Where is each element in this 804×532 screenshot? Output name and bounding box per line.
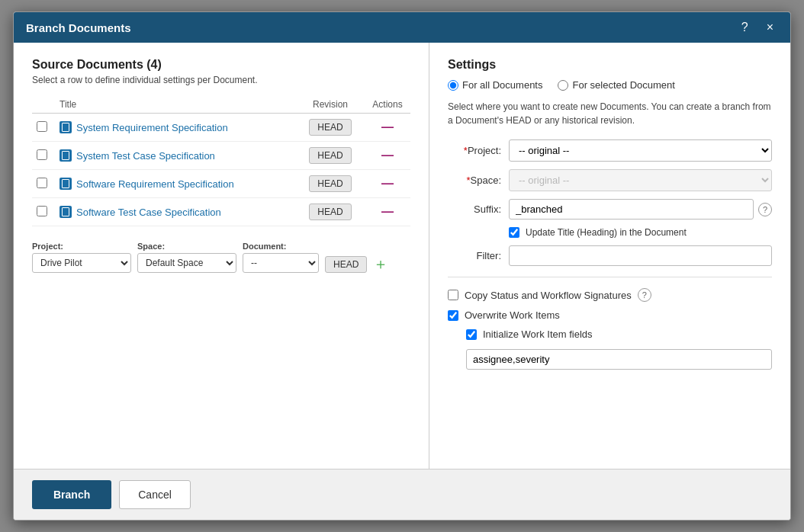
radio-selected-document[interactable] — [558, 80, 568, 91]
doc-head-button[interactable]: HEAD — [309, 175, 351, 192]
help-button[interactable]: ? — [737, 20, 753, 35]
doc-revision-cell: HEAD — [296, 198, 365, 226]
source-documents-title: Source Documents (4) — [32, 58, 410, 72]
scope-radio-group: For all Documents For selected Document — [448, 79, 772, 91]
add-btn-group: ＋ — [373, 245, 388, 273]
row-checkbox-cell — [32, 142, 55, 170]
update-title-checkbox-row: Update Title (Heading) in the Document — [509, 227, 772, 238]
suffix-help-icon[interactable]: ? — [758, 203, 772, 216]
space-label: *Space: — [448, 175, 501, 186]
overwrite-work-items-label: Overwrite Work Items — [465, 309, 560, 321]
doc-link[interactable]: System Test Case Specification — [59, 149, 291, 162]
table-row: Software Requirement Specification HEAD … — [32, 170, 410, 198]
project-form-row: *Project: -- original -- — [448, 139, 772, 162]
row-checkbox-cell — [32, 114, 55, 142]
suffix-input[interactable] — [509, 199, 754, 220]
project-required-mark: * — [464, 145, 468, 156]
suffix-input-group: ? — [509, 199, 772, 220]
copy-status-row: Copy Status and Workflow Signatures ? — [448, 288, 772, 302]
space-select[interactable]: Default Space — [137, 253, 236, 273]
initialize-work-items-label: Initialize Work Item fields — [483, 328, 593, 340]
radio-all-label[interactable]: For all Documents — [448, 79, 542, 91]
space-required-mark: * — [466, 175, 470, 186]
space-field-label: Space: — [137, 242, 236, 251]
radio-all-text: For all Documents — [462, 79, 542, 91]
settings-title: Settings — [448, 58, 772, 72]
initialize-work-items-row: Initialize Work Item fields — [466, 328, 772, 340]
doc-checkbox[interactable] — [37, 206, 47, 216]
radio-selected-text: For selected Document — [572, 79, 674, 91]
overwrite-work-items-row: Overwrite Work Items — [448, 309, 772, 321]
radio-selected-label[interactable]: For selected Document — [558, 79, 674, 91]
branch-button[interactable]: Branch — [32, 480, 111, 509]
project-label: *Project: — [448, 145, 501, 156]
col-header-actions: Actions — [365, 96, 410, 114]
doc-head-button[interactable]: HEAD — [309, 147, 351, 164]
table-row: Software Test Case Specification HEAD — — [32, 198, 410, 226]
doc-title: System Requirement Specification — [76, 122, 228, 133]
add-spacer — [373, 245, 388, 254]
header-actions: ? × — [737, 20, 778, 35]
doc-link[interactable]: System Requirement Specification — [59, 121, 291, 133]
project-select[interactable]: Drive Pilot — [32, 253, 131, 273]
doc-actions-cell: — — [365, 198, 410, 226]
doc-remove-button[interactable]: — — [381, 121, 394, 133]
suffix-label: Suffix: — [448, 204, 501, 215]
add-revision-head-button[interactable]: HEAD — [325, 256, 367, 273]
initialize-work-items-checkbox[interactable] — [466, 329, 477, 340]
copy-status-checkbox[interactable] — [448, 290, 458, 300]
doc-icon — [59, 206, 72, 218]
space-dropdown[interactable]: -- original -- — [509, 169, 772, 191]
dialog-footer: Branch Cancel — [14, 469, 790, 520]
doc-title-cell: System Test Case Specification — [55, 142, 296, 170]
doc-revision-cell: HEAD — [296, 142, 365, 170]
doc-head-button[interactable]: HEAD — [309, 119, 351, 136]
doc-revision-cell: HEAD — [296, 170, 365, 198]
work-items-fields-input[interactable] — [466, 349, 772, 370]
document-select[interactable]: -- — [243, 253, 319, 273]
settings-description: Select where you want to create new Docu… — [448, 100, 772, 127]
doc-checkbox[interactable] — [37, 178, 47, 188]
doc-remove-button[interactable]: — — [381, 178, 394, 190]
filter-form-row: Filter: — [448, 245, 772, 266]
doc-link[interactable]: Software Test Case Specification — [59, 206, 291, 218]
cancel-button[interactable]: Cancel — [119, 480, 191, 509]
document-field-group: Document: -- — [243, 242, 319, 273]
branch-documents-dialog: Branch Documents ? × Source Documents (4… — [13, 11, 791, 521]
col-header-title: Title — [55, 96, 296, 114]
project-dropdown[interactable]: -- original -- — [509, 139, 772, 162]
doc-checkbox[interactable] — [37, 121, 47, 132]
doc-title-cell: Software Test Case Specification — [55, 198, 296, 226]
doc-link[interactable]: Software Requirement Specification — [59, 178, 291, 190]
doc-title: System Test Case Specification — [76, 150, 215, 162]
revision-field-group: HEAD — [325, 245, 367, 273]
doc-actions-cell: — — [365, 142, 410, 170]
copy-status-help-icon[interactable]: ? — [638, 288, 651, 302]
close-button[interactable]: × — [762, 20, 778, 35]
source-documents-subtitle: Select a row to define individual settin… — [32, 75, 410, 85]
copy-status-label: Copy Status and Workflow Signatures — [465, 290, 632, 301]
update-title-checkbox[interactable] — [509, 227, 519, 238]
doc-head-button[interactable]: HEAD — [309, 204, 351, 220]
doc-revision-cell: HEAD — [296, 114, 365, 142]
revision-spacer — [325, 245, 367, 254]
doc-remove-button[interactable]: — — [381, 149, 394, 162]
settings-divider — [448, 277, 772, 277]
radio-all-documents[interactable] — [448, 80, 458, 91]
add-document-row: Project: Drive Pilot Space: Default Spac… — [32, 237, 410, 273]
copy-status-text: Copy Status and Workflow Signatures — [465, 290, 632, 301]
row-checkbox-cell — [32, 198, 55, 226]
doc-title: Software Test Case Specification — [76, 207, 221, 218]
doc-icon — [59, 149, 72, 162]
filter-input[interactable] — [509, 245, 772, 266]
project-field-label: Project: — [32, 242, 131, 251]
doc-actions-cell: — — [365, 114, 410, 142]
overwrite-work-items-checkbox[interactable] — [448, 310, 458, 321]
add-document-button[interactable]: ＋ — [373, 256, 388, 273]
table-row: System Requirement Specification HEAD — — [32, 114, 410, 142]
suffix-form-row: Suffix: ? — [448, 199, 772, 220]
doc-remove-button[interactable]: — — [381, 206, 394, 218]
doc-icon — [59, 178, 72, 190]
doc-checkbox[interactable] — [37, 149, 47, 160]
doc-icon — [59, 121, 72, 133]
